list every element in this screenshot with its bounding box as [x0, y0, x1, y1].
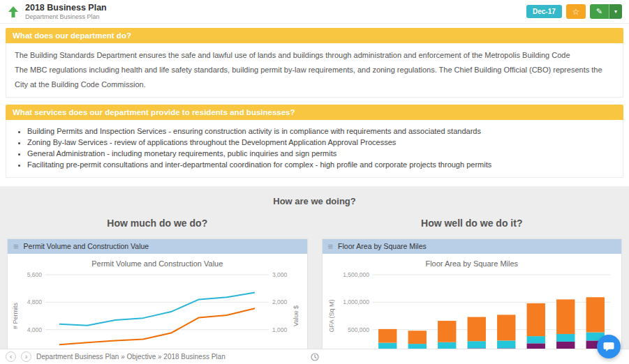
chevron-left-icon: ‹	[10, 353, 13, 361]
card-title: Permit Volume and Construction Value	[24, 242, 149, 250]
series-line	[59, 292, 255, 325]
line-chart-card-header: ≡ Permit Volume and Construction Value	[8, 239, 307, 254]
header-titles: 2018 Business Plan Department Business P…	[25, 3, 107, 20]
edit-button[interactable]: ✎	[590, 4, 609, 19]
y-tick-label: 500,000	[348, 326, 369, 333]
bar-segment	[467, 317, 485, 341]
left-column-heading: How much do we do?	[7, 218, 308, 229]
y2-tick-label: 2,000	[272, 298, 288, 305]
y-tick-label: 5,600	[27, 271, 43, 278]
bar-segment	[556, 299, 575, 334]
favorite-button[interactable]: ☆	[566, 4, 586, 19]
clock-icon	[311, 353, 319, 361]
y-axis-title: GFA (Sq M)	[328, 299, 335, 332]
breadcrumb[interactable]: Department Business Plan » Objective » 2…	[36, 353, 225, 361]
bar-segment	[438, 342, 456, 349]
header-actions: Dec-17 ☆ ✎ ▾	[526, 4, 622, 19]
line-chart-card: ≡ Permit Volume and Construction Value P…	[7, 238, 308, 349]
y2-tick-label: 3,000	[272, 271, 288, 278]
card-title: Floor Area by Square Miles	[338, 242, 427, 250]
bar-segment	[497, 340, 515, 348]
right-column-heading: How well do we do it?	[322, 218, 623, 229]
about-paragraph: The Building Standards Department ensure…	[15, 48, 614, 63]
y-tick-label: 1,500,000	[343, 271, 369, 278]
service-item: Zoning By-law Services - review of appli…	[27, 137, 614, 149]
chart-title: Floor Area by Square Miles	[325, 259, 619, 268]
chat-button[interactable]	[597, 335, 621, 358]
page-title: 2018 Business Plan	[25, 3, 107, 13]
bar-chart-card-header: ≡ Floor Area by Square Miles	[323, 239, 622, 254]
line-chart: 3,2004,0004,8005,60001,0002,0003,000Q1-1…	[10, 268, 304, 349]
bar-segment	[556, 342, 575, 349]
bar-chart-card: ≡ Floor Area by Square Miles Floor Area …	[322, 238, 623, 349]
bar-chart-card-body: Floor Area by Square Miles 0500,0001,000…	[323, 254, 622, 349]
page-subtitle: Department Business Plan	[25, 13, 107, 20]
edit-split-button: ✎ ▾	[590, 4, 622, 19]
services-list: Building Permits and Inspection Services…	[15, 126, 614, 171]
bar-segment	[586, 297, 604, 332]
performance-heading: How are we doing?	[0, 196, 629, 206]
bar-segment	[408, 344, 426, 349]
forward-button[interactable]: ›	[21, 351, 31, 362]
back-button[interactable]: ‹	[6, 351, 16, 362]
right-column: How well do we do it? ≡ Floor Area by Sq…	[315, 218, 629, 349]
bar-segment	[497, 314, 515, 340]
y-tick-label: 4,000	[27, 326, 43, 333]
stacked-bar-chart: 0500,0001,000,0001,500,000Q1-16Q2-16Q3-1…	[325, 268, 619, 349]
service-item: General Administration - including monet…	[27, 149, 614, 160]
history-status[interactable]	[311, 353, 319, 361]
services-banner: What services does our department provid…	[6, 105, 623, 120]
edit-dropdown-button[interactable]: ▾	[609, 4, 622, 19]
y2-axis-title: Value $	[293, 305, 299, 326]
bar-segment	[438, 321, 456, 342]
about-paragraph: The MBC regulations including health and…	[15, 63, 614, 92]
star-icon: ☆	[572, 7, 579, 17]
bar-segment	[378, 342, 397, 349]
card-menu-icon[interactable]: ≡	[328, 242, 334, 251]
services-panel: Building Permits and Inspection Services…	[6, 120, 623, 178]
bar-segment	[526, 336, 545, 343]
left-column: How much do we do? ≡ Permit Volume and C…	[0, 218, 315, 349]
service-item: Building Permits and Inspection Services…	[27, 126, 614, 137]
chart-title: Permit Volume and Construction Value	[10, 259, 304, 268]
chevron-down-icon: ▾	[614, 8, 617, 15]
series-line	[59, 308, 255, 344]
about-panel: The Building Standards Department ensure…	[6, 43, 623, 98]
date-badge-button[interactable]: Dec-17	[526, 5, 562, 18]
card-menu-icon[interactable]: ≡	[13, 242, 19, 251]
y-axis-title: # Permits	[12, 302, 19, 329]
bar-segment	[556, 334, 575, 342]
y-tick-label: 4,800	[27, 298, 43, 305]
logo-arrow-icon[interactable]	[7, 6, 20, 18]
footer: ‹ › Department Business Plan » Objective…	[0, 349, 629, 364]
bar-segment	[526, 303, 545, 336]
header: 2018 Business Plan Department Business P…	[0, 0, 629, 24]
bar-segment	[408, 331, 426, 344]
chevron-right-icon: ›	[25, 353, 28, 361]
pencil-icon: ✎	[596, 7, 602, 16]
bar-segment	[467, 341, 485, 348]
chat-icon	[602, 340, 615, 353]
performance-columns: How much do we do? ≡ Permit Volume and C…	[0, 218, 629, 349]
page: 2018 Business Plan Department Business P…	[0, 0, 629, 364]
y-tick-label: 1,000,000	[343, 298, 369, 305]
service-item: Facilitating pre-permit consultations an…	[27, 160, 614, 171]
bar-segment	[526, 343, 545, 349]
y2-tick-label: 1,000	[272, 326, 288, 333]
about-banner: What does our department do?	[6, 28, 623, 43]
performance-section: How are we doing? How much do we do? ≡ P…	[0, 186, 629, 349]
line-chart-card-body: Permit Volume and Construction Value 3,2…	[8, 254, 307, 349]
bar-segment	[378, 329, 397, 343]
